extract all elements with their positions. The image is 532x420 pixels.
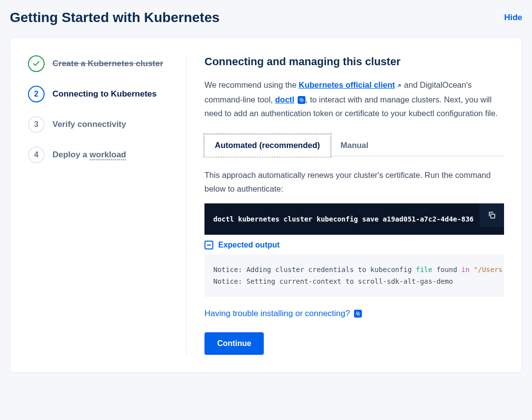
tab-automated[interactable]: Automated (recommended)	[204, 134, 330, 156]
content-panel: Connecting and managing this cluster We …	[187, 55, 522, 355]
getting-started-card: Create a Kubernetes cluster 2 Connecting…	[10, 37, 522, 373]
continue-button[interactable]: Continue	[204, 332, 264, 355]
steps-sidebar: Create a Kubernetes cluster 2 Connecting…	[10, 55, 187, 355]
check-icon	[28, 55, 45, 72]
expected-output-toggle[interactable]: Expected output	[204, 241, 504, 249]
content-title: Connecting and managing this cluster	[204, 55, 504, 68]
kubernetes-client-link[interactable]: Kubernetes official client	[299, 80, 402, 89]
copy-icon	[354, 310, 362, 318]
step-connecting[interactable]: 2 Connecting to Kubernetes	[28, 86, 169, 102]
page-title: Getting Started with Kubernetes	[10, 10, 220, 25]
doctl-link[interactable]: doctl	[275, 95, 294, 104]
step-label: Deploy a workload	[52, 150, 126, 160]
copy-icon	[487, 211, 496, 220]
tab-description: This approach automatically renews your …	[204, 168, 504, 196]
svg-rect-2	[491, 214, 495, 218]
step-create-cluster[interactable]: Create a Kubernetes cluster	[28, 55, 169, 72]
step-label: Create a Kubernetes cluster	[52, 59, 163, 69]
external-link-icon	[396, 79, 402, 93]
step-label: Verify connectivity	[52, 120, 126, 129]
step-number-icon: 2	[28, 86, 45, 102]
step-number-icon: 3	[28, 116, 45, 133]
hide-link[interactable]: Hide	[504, 13, 522, 23]
copy-command-button[interactable]	[480, 203, 504, 227]
copy-icon[interactable]	[298, 96, 305, 104]
collapse-icon	[204, 241, 213, 249]
trouble-link[interactable]: Having trouble installing or connecting?	[204, 309, 362, 319]
tabs: Automated (recommended) Manual	[204, 134, 504, 156]
description: We recommend using the Kubernetes offici…	[204, 78, 504, 120]
step-verify[interactable]: 3 Verify connectivity	[28, 116, 169, 133]
tab-manual[interactable]: Manual	[330, 134, 379, 156]
step-deploy[interactable]: 4 Deploy a workload	[28, 147, 169, 163]
step-number-icon: 4	[28, 147, 45, 163]
step-label: Connecting to Kubernetes	[52, 89, 157, 99]
output-block: Notice: Adding cluster credentials to ku…	[204, 254, 504, 297]
command-block: doctl kubernetes cluster kubeconfig save…	[204, 203, 504, 235]
expected-output-label: Expected output	[218, 241, 279, 249]
command-text: doctl kubernetes cluster kubeconfig save…	[204, 203, 504, 235]
